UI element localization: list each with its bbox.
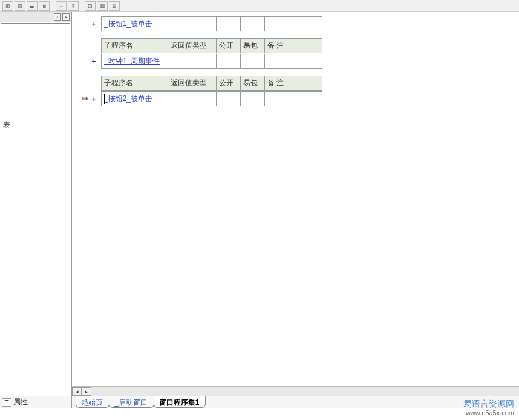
easypkg-cell[interactable] bbox=[241, 54, 265, 68]
expand-plus-icon[interactable]: + bbox=[91, 19, 96, 28]
public-cell[interactable] bbox=[217, 16, 241, 31]
editor-panel: +_按钮1_被单击子程序名返回值类型公开易包备 注+_时钟1_周期事件子程序名返… bbox=[71, 12, 519, 408]
editor-tab[interactable]: 起始页 bbox=[76, 396, 109, 408]
toolbar-icon[interactable]: ⇕ bbox=[68, 1, 79, 11]
subroutine-row-table: _时钟1_周期事件 bbox=[101, 54, 322, 69]
horizontal-scrollbar[interactable]: ◂ ▸ bbox=[72, 386, 519, 396]
editor-tab[interactable]: 窗口程序集1 bbox=[154, 396, 206, 408]
expand-plus-icon[interactable]: + bbox=[91, 94, 96, 103]
code-area[interactable]: +_按钮1_被单击子程序名返回值类型公开易包备 注+_时钟1_周期事件子程序名返… bbox=[72, 12, 519, 386]
col-return-header: 返回值类型 bbox=[168, 38, 217, 53]
gutter: + bbox=[78, 19, 100, 28]
col-easypkg-header: 易包 bbox=[241, 76, 265, 90]
subroutine-name-cell[interactable]: _按钮2_被单击 bbox=[102, 91, 168, 106]
col-note-header: 备 注 bbox=[265, 76, 322, 90]
editor-tabs: 起始页_启动窗口窗口程序集1 bbox=[72, 396, 519, 408]
subroutine-name-cell[interactable]: _时钟1_周期事件 bbox=[102, 54, 168, 68]
note-cell[interactable] bbox=[265, 16, 322, 31]
toolbar-icon[interactable]: ⫼ bbox=[39, 1, 50, 11]
subroutine-row-table: _按钮2_被单击 bbox=[101, 91, 322, 106]
toolbar-icon[interactable]: ↔ bbox=[56, 1, 67, 11]
expand-plus-icon[interactable]: + bbox=[91, 57, 96, 66]
col-return-header: 返回值类型 bbox=[168, 76, 217, 90]
gutter: + bbox=[78, 57, 100, 66]
subroutine-block: +_按钮1_被单击 bbox=[78, 16, 519, 31]
subroutine-link[interactable]: _按钮2_被单击 bbox=[104, 94, 152, 103]
scroll-left-icon[interactable]: ◂ bbox=[72, 387, 82, 396]
col-public-header: 公开 bbox=[217, 76, 241, 90]
note-cell[interactable] bbox=[265, 54, 322, 68]
panel-close-icon[interactable]: × bbox=[62, 13, 70, 21]
toolbar-icon[interactable]: ▦ bbox=[97, 1, 108, 11]
easypkg-cell[interactable] bbox=[241, 91, 265, 106]
subroutine-block: 子程序名返回值类型公开易包备 注✎+_按钮2_被单击 bbox=[78, 75, 519, 106]
easypkg-cell[interactable] bbox=[241, 16, 265, 31]
properties-tab[interactable]: ☰ 属性 bbox=[0, 396, 71, 408]
properties-tab-label: 属性 bbox=[13, 397, 28, 407]
return-type-cell[interactable] bbox=[168, 54, 217, 68]
toolbar-icon[interactable]: ⊟ bbox=[15, 1, 25, 11]
side-panel: ▫ × 表 ☰ 属性 bbox=[0, 12, 71, 408]
col-name-header: 子程序名 bbox=[102, 76, 168, 90]
gutter: ✎+ bbox=[78, 94, 100, 103]
subroutine-link[interactable]: _按钮1_被单击 bbox=[104, 19, 152, 28]
col-note-header: 备 注 bbox=[265, 38, 322, 53]
side-panel-header: ▫ × bbox=[0, 12, 71, 22]
editor-tab[interactable]: _启动窗口 bbox=[109, 396, 154, 408]
scroll-right-icon[interactable]: ▸ bbox=[82, 387, 91, 396]
col-name-header: 子程序名 bbox=[102, 38, 168, 53]
note-cell[interactable] bbox=[265, 91, 322, 106]
public-cell[interactable] bbox=[217, 54, 241, 68]
subroutine-header-table: 子程序名返回值类型公开易包备 注 bbox=[101, 38, 322, 53]
toolbar-icon[interactable]: ⊡ bbox=[85, 1, 96, 11]
text-cursor bbox=[104, 94, 105, 104]
toolbar-icon[interactable]: ⊕ bbox=[109, 1, 120, 11]
toolbar-icon[interactable]: ≣ bbox=[27, 1, 38, 11]
properties-icon: ☰ bbox=[2, 398, 11, 407]
subroutine-row-table: _按钮1_被单击 bbox=[101, 16, 322, 31]
watermark-url: www.e5a5x.com bbox=[463, 409, 514, 418]
side-panel-body: 表 bbox=[1, 23, 70, 395]
return-type-cell[interactable] bbox=[168, 91, 217, 106]
subroutine-header-table: 子程序名返回值类型公开易包备 注 bbox=[101, 76, 322, 91]
toolbar: ⊞ ⊟ ≣ ⫼ ↔ ⇕ ⊡ ▦ ⊕ bbox=[0, 0, 519, 12]
panel-min-icon[interactable]: ▫ bbox=[54, 13, 61, 21]
subroutine-block: 子程序名返回值类型公开易包备 注+_时钟1_周期事件 bbox=[78, 37, 519, 69]
subroutine-link[interactable]: _时钟1_周期事件 bbox=[104, 57, 160, 65]
toolbar-icon[interactable]: ⊞ bbox=[2, 1, 13, 11]
col-easypkg-header: 易包 bbox=[241, 38, 265, 53]
return-type-cell[interactable] bbox=[168, 16, 217, 31]
col-public-header: 公开 bbox=[217, 38, 241, 53]
side-hint-text: 表 bbox=[3, 120, 10, 131]
edit-pen-icon: ✎ bbox=[80, 92, 91, 105]
public-cell[interactable] bbox=[217, 91, 241, 106]
subroutine-name-cell[interactable]: _按钮1_被单击 bbox=[102, 16, 168, 31]
